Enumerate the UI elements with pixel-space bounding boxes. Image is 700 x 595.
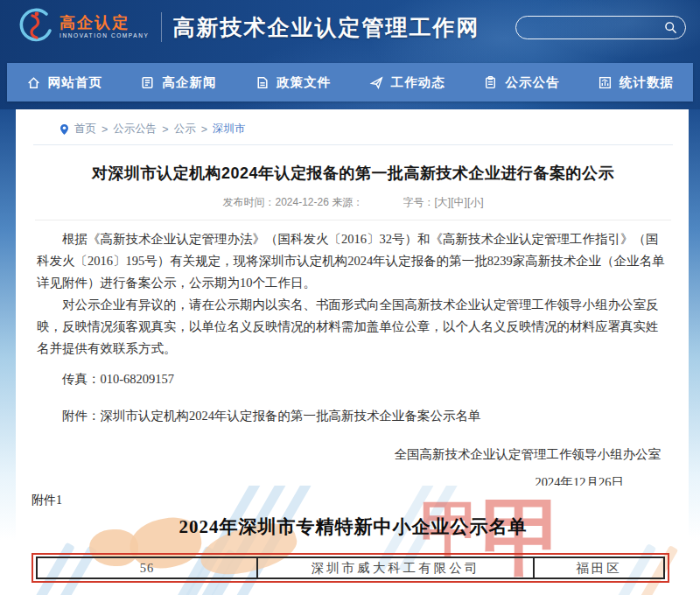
clipboard-icon (483, 75, 498, 90)
location-pin-icon (60, 123, 69, 136)
attachment-link-line[interactable]: 附件：深圳市认定机构2024年认定报备的第一批高新技术企业备案公示名单 (37, 405, 669, 427)
site-header: 高企认定 INNOVATION COMPANY 高新技术企业认定管理工作网 (0, 0, 700, 109)
attachment-title: 2024年深圳市专精特新中小企业公示名单 (18, 514, 689, 539)
fontsize-controls: 字号：[大][中][小] (403, 196, 484, 208)
breadcrumb-separator: > (162, 123, 168, 136)
nav-item-policy[interactable]: 政策文件 (255, 74, 331, 91)
logo-text: 高企认定 INNOVATION COMPANY (60, 15, 149, 39)
stats-icon (598, 75, 612, 90)
attachment-scan: 甲甲 附件1 2024年深圳市专精特新中小企业公示名单 56 深圳市威大科工有限… (18, 486, 689, 595)
divider (33, 144, 673, 145)
search-box[interactable] (515, 16, 686, 39)
left-gradient-strip (0, 109, 16, 540)
breadcrumb-separator: > (102, 123, 108, 136)
publish-date: 2024-12-26 (275, 196, 328, 208)
search-input[interactable] (527, 21, 664, 33)
site-title: 高新技术企业认定管理工作网 (172, 13, 480, 42)
nav-label: 政策文件 (276, 74, 331, 91)
publish-time-label: 发布时间： (222, 196, 275, 208)
logo-swirl-icon (14, 6, 54, 48)
attachment-number-label: 附件1 (32, 493, 62, 508)
table-row: 56 深圳市威大科工有限公司 福田区 (36, 556, 665, 579)
breadcrumb-home[interactable]: 首页 (74, 122, 96, 136)
page: 高企认定 INNOVATION COMPANY 高新技术企业认定管理工作网 (0, 0, 700, 595)
policy-doc-icon (255, 75, 270, 90)
nav-label: 公示公告 (505, 74, 559, 91)
site-logo[interactable]: 高企认定 INNOVATION COMPANY (14, 6, 149, 48)
breadcrumb-shenzhen[interactable]: 深圳市 (213, 122, 246, 136)
logo-subtitle: INNOVATION COMPANY (60, 33, 149, 39)
article-meta: 发布时间：2024-12-26 来源： 字号：[大][中][小] (18, 195, 689, 210)
main-nav: 网站首页 高企新闻 政策文件 (7, 63, 693, 102)
fontsize-large-button[interactable]: [大] (435, 196, 452, 208)
breadcrumb-publicity[interactable]: 公示 (174, 122, 196, 136)
news-icon (140, 75, 155, 90)
nav-label: 网站首页 (48, 74, 102, 91)
paragraph: 对公示企业有异议的，请在公示期内以实名、书面形式向全国高新技术企业认定管理工作领… (37, 294, 669, 360)
nav-item-announcements[interactable]: 公示公告 (483, 74, 559, 91)
table-cell-number: 56 (38, 558, 256, 578)
highlighted-table-row: 56 深圳市威大科工有限公司 福田区 (32, 553, 669, 583)
breadcrumb-announcements[interactable]: 公示公告 (113, 122, 157, 136)
logo-title: 高企认定 (60, 15, 149, 31)
fax-line: 传真：010-68209157 (37, 368, 669, 390)
table-cell-district: 福田区 (533, 558, 663, 578)
nav-item-statistics[interactable]: 统计数据 (598, 74, 674, 91)
breadcrumb: 首页 > 公示公告 > 公示 > 深圳市 (18, 109, 689, 144)
signature-office: 全国高新技术企业认定管理工作领导小组办公室 (37, 444, 669, 466)
nav-label: 高企新闻 (162, 74, 216, 91)
search-icon[interactable] (664, 21, 677, 34)
content-card: 首页 > 公示公告 > 公示 > 深圳市 对深圳市认定机构2024年认定报备的第… (18, 109, 689, 595)
fontsize-small-button[interactable]: [小] (467, 196, 484, 208)
logo-divider (161, 12, 162, 42)
nav-label: 工作动态 (391, 74, 445, 91)
nav-item-news[interactable]: 高企新闻 (140, 74, 216, 91)
table-cell-company: 深圳市威大科工有限公司 (256, 558, 533, 578)
right-gradient-strip (689, 109, 700, 540)
send-icon (369, 75, 384, 90)
home-icon (26, 75, 41, 90)
nav-item-updates[interactable]: 工作动态 (369, 74, 445, 91)
article-body: 根据《高新技术企业认定管理办法》（国科发火〔2016〕32号）和《高新技术企业认… (18, 220, 689, 494)
fontsize-label: 字号： (403, 196, 435, 208)
breadcrumb-separator: > (201, 123, 207, 136)
nav-item-home[interactable]: 网站首页 (26, 74, 102, 91)
source-label: 来源： (332, 196, 363, 208)
article-title: 对深圳市认定机构2024年认定报备的第一批高新技术企业进行备案的公示 (44, 163, 662, 184)
top-bar: 高企认定 INNOVATION COMPANY 高新技术企业认定管理工作网 (0, 0, 700, 54)
fontsize-medium-button[interactable]: [中] (451, 196, 467, 208)
nav-label: 统计数据 (620, 74, 674, 91)
paragraph: 根据《高新技术企业认定管理办法》（国科发火〔2016〕32号）和《高新技术企业认… (37, 228, 669, 294)
